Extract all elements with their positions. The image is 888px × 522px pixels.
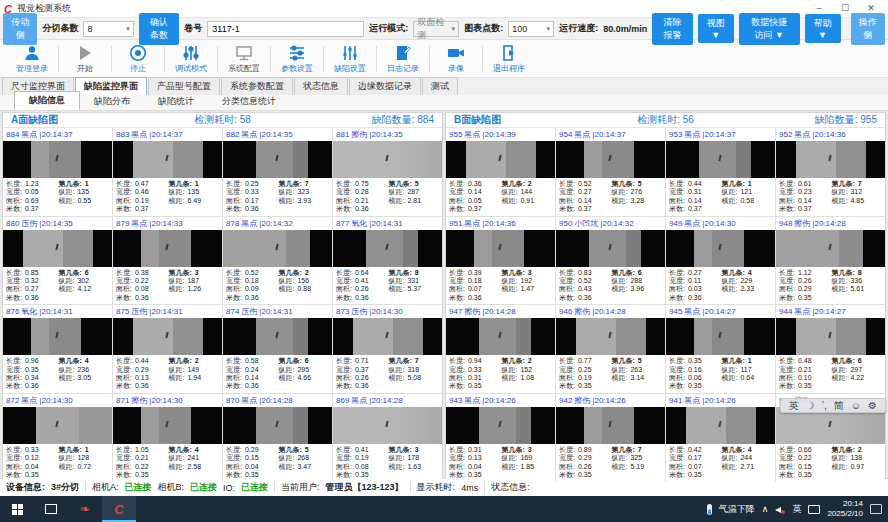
defect-cell[interactable]: 884黑点|20:14:37 长度:1.23 宽度:0.05 面积:0.69 米… (3, 128, 112, 216)
defect-image[interactable] (776, 141, 885, 178)
defect-image[interactable] (666, 230, 775, 267)
help-menu-button[interactable]: 帮助 ▼ (805, 14, 841, 43)
action-button[interactable]: 系统配置 (218, 42, 270, 75)
action-button[interactable]: 开始 (59, 42, 111, 75)
defect-image[interactable] (113, 407, 222, 444)
ime-bar-item[interactable]: 简 (834, 399, 844, 413)
defect-image[interactable] (776, 318, 885, 355)
defect-image[interactable] (446, 407, 555, 444)
defect-image[interactable] (446, 318, 555, 355)
speaker-icon[interactable] (775, 505, 785, 514)
notification-center-icon[interactable] (870, 504, 882, 514)
keyboard-icon[interactable] (808, 505, 820, 514)
operate-side-button[interactable]: 操作侧 (851, 13, 885, 45)
sub-tab[interactable]: 缺陷信息 (14, 91, 80, 110)
weather-text[interactable]: 气温下降 (719, 503, 755, 516)
defect-image[interactable] (776, 230, 885, 267)
defect-cell[interactable]: 880压伤|20:14:35 长度:0.85 宽度:0.32 面积:0.27 米… (3, 217, 112, 305)
defect-image[interactable] (3, 318, 112, 355)
defect-cell[interactable]: 947擦伤|20:14:28 长度:0.94 宽度:0.33 面积:0.31 米… (446, 305, 555, 393)
action-button[interactable]: 录像 (430, 42, 482, 75)
defect-image[interactable] (223, 230, 332, 267)
ime-bar-item[interactable]: ’, (822, 400, 827, 411)
defect-cell[interactable]: 943黑点|20:14:26 长度:0.31 宽度:0.13 面积:0.04 米… (446, 394, 555, 482)
defect-image[interactable] (556, 407, 665, 444)
defect-image[interactable] (666, 141, 775, 178)
taskbar-app-icon[interactable]: ❧ (68, 496, 102, 522)
defect-image[interactable] (113, 230, 222, 267)
clock[interactable]: 20:14 2025/2/10 (827, 499, 863, 519)
defect-cell[interactable]: 950小凹坑|20:14:32 长度:0.83 宽度:0.52 面积:0.43 … (556, 217, 665, 305)
defect-image[interactable] (556, 230, 665, 267)
defect-cell[interactable]: 952黑点|20:14:36 长度:0.61 宽度:0.23 面积:0.14 米… (776, 128, 885, 216)
action-button[interactable]: 停止 (112, 42, 164, 75)
defect-image[interactable] (333, 230, 442, 267)
defect-cell[interactable]: 953黑点|20:14:37 长度:0.44 宽度:0.31 面积:0.14 米… (666, 128, 775, 216)
defect-cell[interactable]: 877氧化|20:14:31 长度:0.64 宽度:0.41 面积:0.26 米… (333, 217, 442, 305)
view-menu-button[interactable]: 视图 ▼ (698, 14, 734, 43)
slit-count-select[interactable]: 8 ▾ (83, 21, 133, 37)
defect-cell[interactable]: 872黑点|20:14:30 长度:0.33 宽度:0.12 面积:0.04 米… (3, 394, 112, 482)
defect-cell[interactable]: 949黑点|20:14:30 长度:0.27 宽度:0.11 面积:0.03 米… (666, 217, 775, 305)
ime-bar-item[interactable]: ⚙ (868, 400, 877, 411)
defect-cell[interactable]: 879黑点|20:14:33 长度:0.38 宽度:0.22 面积:0.08 米… (113, 217, 222, 305)
defect-cell[interactable]: 878黑点|20:14:32 长度:0.52 宽度:0.18 面积:0.09 米… (223, 217, 332, 305)
input-language-indicator[interactable]: 英 (792, 503, 801, 516)
run-mode-select[interactable]: 双面检测 ▾ (413, 21, 459, 37)
ime-bar-item[interactable]: ☽ (806, 400, 815, 411)
defect-image[interactable] (333, 141, 442, 178)
defect-cell[interactable]: 951黑点|20:14:36 长度:0.39 宽度:0.18 面积:0.07 米… (446, 217, 555, 305)
defect-cell[interactable]: 881擦伤|20:14:35 长度:0.75 宽度:0.28 面积:0.21 米… (333, 128, 442, 216)
defect-cell[interactable]: 946擦伤|20:14:28 长度:0.77 宽度:0.25 面积:0.19 米… (556, 305, 665, 393)
defect-cell[interactable]: 874压伤|20:14:31 长度:0.58 宽度:0.24 面积:0.14 米… (223, 305, 332, 393)
action-button[interactable]: 调试模式 (165, 42, 217, 75)
defect-image[interactable] (666, 318, 775, 355)
action-button[interactable]: 缺陷设置 (324, 42, 376, 75)
main-tab[interactable]: 边缘数据记录 (349, 77, 421, 95)
main-tab[interactable]: 状态信息 (294, 77, 348, 95)
defect-cell[interactable]: 942擦伤|20:14:26 长度:0.89 宽度:0.29 面积:0.26 米… (556, 394, 665, 482)
roll-number-input[interactable] (207, 21, 364, 37)
action-button[interactable]: 管理登录 (6, 42, 58, 75)
defect-cell[interactable]: 875压伤|20:14:31 长度:0.44 宽度:0.29 面积:0.13 米… (113, 305, 222, 393)
defect-cell[interactable]: 883黑点|20:14:37 长度:0.47 宽度:0.46 面积:0.19 米… (113, 128, 222, 216)
defect-cell[interactable]: 882黑点|20:14:35 长度:0.25 宽度:0.33 面积:0.17 米… (223, 128, 332, 216)
sub-tab[interactable]: 缺陷统计 (144, 93, 208, 110)
ime-language-bar[interactable]: 英☽’,简☺⚙ (780, 398, 886, 413)
defect-cell[interactable]: 945黑点|20:14:27 长度:0.35 宽度:0.16 面积:0.06 米… (666, 305, 775, 393)
chart-points-select[interactable]: 100 ▾ (508, 21, 554, 37)
main-tab[interactable]: 测试 (422, 77, 458, 95)
action-button[interactable]: 日志记录 (377, 42, 429, 75)
defect-image[interactable] (333, 318, 442, 355)
taskbar-active-app-icon[interactable]: C (102, 496, 136, 522)
defect-image[interactable] (446, 141, 555, 178)
defect-cell[interactable]: 941黑点|20:14:26 长度:0.42 宽度:0.17 面积:0.07 米… (666, 394, 775, 482)
defect-cell[interactable]: 876氧化|20:14:31 长度:0.96 宽度:0.35 面积:0.34 米… (3, 305, 112, 393)
defect-image[interactable] (3, 141, 112, 178)
data-quick-access-button[interactable]: 数据快捷访问 ▼ (739, 13, 800, 45)
defect-image[interactable] (113, 318, 222, 355)
defect-cell[interactable]: 948擦伤|20:14:28 长度:1.12 宽度:0.26 面积:0.29 米… (776, 217, 885, 305)
defect-cell[interactable]: 869黑点|20:14:28 长度:0.41 宽度:0.19 面积:0.08 米… (333, 394, 442, 482)
defect-image[interactable] (556, 141, 665, 178)
confirm-count-button[interactable]: 确认条数 (139, 13, 180, 45)
sub-tab[interactable]: 分类信息统计 (208, 93, 290, 110)
sub-tab[interactable]: 缺陷分布 (80, 93, 144, 110)
defect-image[interactable] (333, 407, 442, 444)
defect-cell[interactable]: 870黑点|20:14:28 长度:0.29 宽度:0.15 面积:0.04 米… (223, 394, 332, 482)
ime-bar-item[interactable]: 英 (789, 399, 799, 413)
ime-bar-item[interactable]: ☺ (851, 400, 861, 411)
defect-cell[interactable]: 873压伤|20:14:30 长度:0.71 宽度:0.37 面积:0.26 米… (333, 305, 442, 393)
clear-alarm-button[interactable]: 清除报警 (652, 13, 693, 45)
defect-cell[interactable]: 955黑点|20:14:39 长度:0.36 宽度:0.14 面积:0.05 米… (446, 128, 555, 216)
start-button[interactable] (0, 496, 34, 522)
defect-image[interactable] (113, 141, 222, 178)
defect-image[interactable] (3, 230, 112, 267)
action-button[interactable]: 退出程序 (483, 42, 535, 75)
tray-expand-icon[interactable]: ∧ (762, 504, 769, 514)
defect-image[interactable] (446, 230, 555, 267)
drive-side-button[interactable]: 传动侧 (3, 13, 37, 45)
defect-cell[interactable]: 944黑点|20:14:27 长度:0.48 宽度:0.21 面积:0.10 米… (776, 305, 885, 393)
action-button[interactable]: 参数设置 (271, 42, 323, 75)
task-view-icon[interactable] (34, 496, 68, 522)
